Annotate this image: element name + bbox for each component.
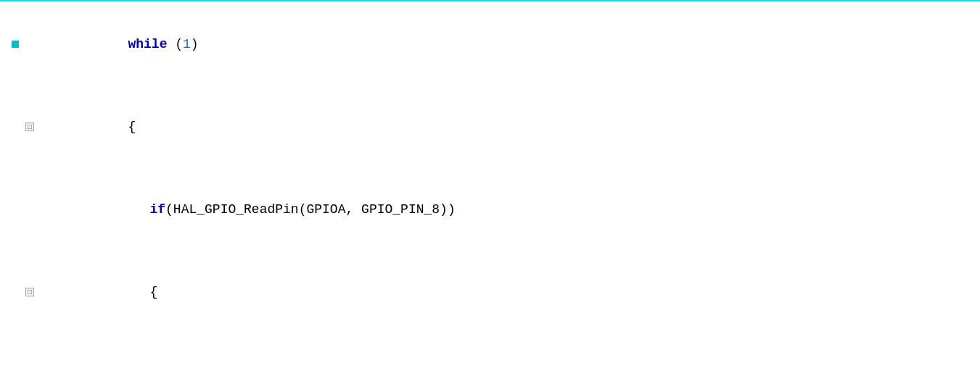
line-3-code: (HAL_GPIO_ReadPin(GPIOA, GPIO_PIN_8)) <box>165 202 456 217</box>
fold-box-4[interactable]: □ <box>23 288 36 296</box>
line-3-content: if(HAL_GPIO_ReadPin(GPIOA, GPIO_PIN_8)) <box>36 168 980 251</box>
fold-marker-2[interactable]: □ <box>25 122 34 131</box>
code-content: while (1) □ { if(HAL_GPIO_ReadPin(GPIOA,… <box>0 1 980 366</box>
code-line-5: HAL_Delay(10); //延时消抖 <box>0 333 980 366</box>
code-editor: while (1) □ { if(HAL_GPIO_ReadPin(GPIOA,… <box>0 0 980 366</box>
line-2-content: { <box>36 86 980 168</box>
keyword-while-1: while <box>128 37 167 51</box>
code-line-2: □ { <box>0 86 980 168</box>
fold-marker-4[interactable]: □ <box>25 288 34 296</box>
line-4-content: { <box>36 251 980 333</box>
code-line-3: if(HAL_GPIO_ReadPin(GPIOA, GPIO_PIN_8)) <box>0 168 980 251</box>
code-line-1: while (1) <box>0 3 980 86</box>
gutter-1 <box>0 41 22 48</box>
line-1-punc: ( <box>167 37 183 51</box>
keyword-if-3: if <box>149 202 165 217</box>
line-2-brace: { <box>128 120 136 134</box>
number-1: 1 <box>183 37 191 51</box>
line-5-content: HAL_Delay(10); //延时消抖 <box>36 333 980 366</box>
gutter-marker-1 <box>12 41 19 48</box>
line-4-brace: { <box>149 285 157 299</box>
fold-box-2[interactable]: □ <box>23 122 36 131</box>
code-line-4: □ { <box>0 251 980 333</box>
line-1-content: while (1) <box>36 3 980 86</box>
line-1-paren: ) <box>191 37 199 51</box>
